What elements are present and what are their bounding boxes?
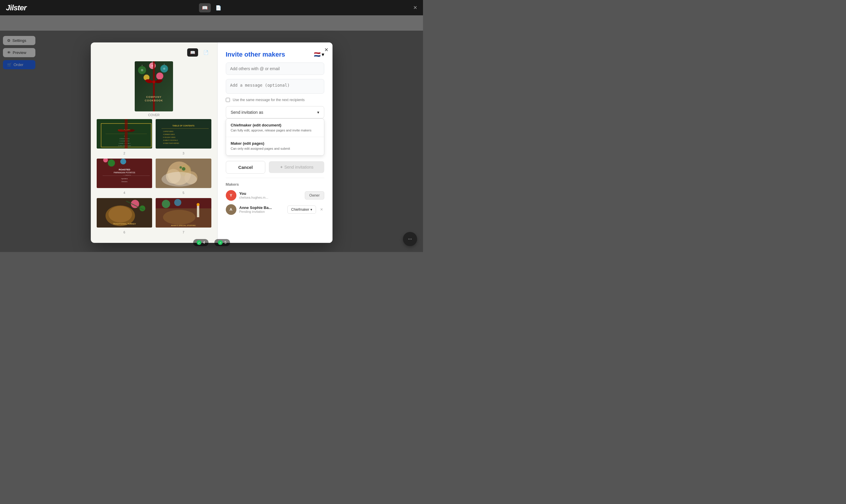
- top-bar-center: 📖 📄: [199, 3, 224, 12]
- page-5-num: 5: [224, 240, 227, 245]
- svg-text:6 HOLIDAY SIDES: 6 HOLIDAY SIDES: [120, 140, 129, 142]
- same-message-row: Use the same message for the next recipi…: [226, 98, 324, 102]
- page-5-check-icon: ✓: [218, 240, 223, 245]
- maker-row-you: Y You chelsea.hughes.m... Owner: [226, 190, 324, 201]
- page-view-toggle[interactable]: 📄: [200, 48, 211, 57]
- page-previews-panel: 📖 📄: [91, 42, 218, 243]
- svg-text:PARMASAN POTATOS: PARMASAN POTATOS: [113, 172, 135, 174]
- anne-remove-button[interactable]: ×: [319, 206, 324, 213]
- svg-text:4 DINNER DISHES: 4 DINNER DISHES: [119, 138, 129, 139]
- page-7-thumb[interactable]: MAMA'S SPECIAL STUFFING: [156, 198, 211, 228]
- svg-point-46: [162, 172, 197, 186]
- cancel-button[interactable]: Cancel: [226, 161, 266, 174]
- cover-image: COMPANYCOOKBOOK: [135, 61, 173, 111]
- recipe-image: ROASTED PARMASAN POTATOS Ingredients Dir…: [97, 159, 152, 188]
- same-message-checkbox[interactable]: [226, 98, 230, 102]
- page-7-label: 7: [182, 231, 184, 234]
- svg-text:14 NEW YEAR WISHES: 14 NEW YEAR WISHES: [118, 145, 131, 146]
- svg-text:10 MEAT COCKTAILS: 10 MEAT COCKTAILS: [163, 139, 178, 141]
- language-selector[interactable]: 🇳🇱 ▾: [314, 51, 324, 58]
- page-indicators: ✓ 4 ✓ 5: [193, 239, 230, 246]
- page-4-indicator: ✓ 4: [193, 239, 209, 246]
- svg-text:TABLE OF CONTENTS: TABLE OF CONTENTS: [173, 125, 195, 127]
- chiefmaker-option-title: Chiefmaker (edit document): [231, 123, 319, 127]
- svg-point-51: [108, 206, 132, 222]
- anne-info: Anne Sophie Ba... Pending invitation: [239, 205, 285, 213]
- cover-thumb[interactable]: COMPANYCOOKBOOK: [135, 61, 173, 111]
- book-view-button[interactable]: 📖: [199, 3, 211, 12]
- email-input[interactable]: [226, 62, 324, 75]
- turkey-image: TRADITIONAL TURKEY: [97, 198, 152, 228]
- anne-role-button[interactable]: Chiefmaker ▾: [287, 205, 316, 214]
- invite-modal: 📖 📄: [91, 42, 332, 243]
- book-view-toggle[interactable]: 📖: [187, 48, 198, 57]
- action-buttons-row: Cancel ✦ Send invitations: [226, 161, 324, 174]
- cover-label: COVER: [148, 113, 160, 117]
- message-input[interactable]: [226, 79, 324, 94]
- cover-page-container: COMPANYCOOKBOOK COVER: [97, 61, 211, 117]
- svg-point-32: [108, 159, 115, 166]
- page-3-cell: TABLE OF CONTENTS 2 APPETIZERS 4 DINNER …: [156, 119, 211, 155]
- svg-point-48: [180, 166, 182, 168]
- svg-text:6 HOLIDAY SIDES: 6 HOLIDAY SIDES: [163, 137, 176, 138]
- svg-point-57: [162, 200, 170, 208]
- invite-select-button[interactable]: Send invitation as ▾: [226, 106, 324, 119]
- page-2-cell: WELCOME 2 4 DINNER DISHES 6 HOLIDAY SIDE…: [97, 119, 152, 155]
- invitation-dropdown: Send invitation as ▾ Chiefmaker (edit do…: [226, 106, 324, 156]
- page-4-label: 4: [124, 191, 125, 195]
- chat-button[interactable]: ···: [403, 232, 417, 246]
- you-email: chelsea.hughes.m...: [239, 196, 302, 199]
- maker-option[interactable]: Maker (edit pages) Can only edit assigne…: [226, 137, 324, 155]
- svg-text:10 MEAT COCKTAILS: 10 MEAT COCKTAILS: [119, 143, 130, 144]
- anne-sub: Pending invitation: [239, 210, 285, 213]
- dropdown-chevron-icon: ▾: [317, 110, 319, 115]
- page-7-cell: MAMA'S SPECIAL STUFFING 7: [156, 198, 211, 234]
- modal-close-button[interactable]: ×: [325, 47, 328, 53]
- food-image: [156, 159, 211, 188]
- maker-option-title: Maker (edit pages): [231, 141, 319, 146]
- page-6-label: 6: [124, 231, 125, 234]
- invite-options-list: Chiefmaker (edit document) Can fully edi…: [226, 119, 324, 156]
- flag-icon: 🇳🇱: [314, 51, 320, 58]
- maker-row-anne: A Anne Sophie Ba... Pending invitation C…: [226, 204, 324, 215]
- cover-text: COMPANYCOOKBOOK: [145, 95, 163, 103]
- top-bar: Jilster 📖 📄 ×: [0, 0, 423, 15]
- page-3-thumb[interactable]: TABLE OF CONTENTS 2 APPETIZERS 4 DINNER …: [156, 119, 211, 148]
- page-4-cell: ROASTED PARMASAN POTATOS Ingredients Dir…: [97, 159, 152, 195]
- stuffing-image: MAMA'S SPECIAL STUFFING: [156, 198, 211, 228]
- anne-avatar: A: [226, 204, 236, 215]
- chat-icon: ···: [408, 236, 412, 242]
- page-2-thumb[interactable]: WELCOME 2 4 DINNER DISHES 6 HOLIDAY SIDE…: [97, 119, 152, 148]
- chiefmaker-option[interactable]: Chiefmaker (edit document) Can fully edi…: [226, 119, 324, 137]
- page-5-thumb[interactable]: [156, 159, 211, 188]
- svg-rect-61: [197, 205, 199, 217]
- svg-text:MAMA'S SPECIAL STUFFING: MAMA'S SPECIAL STUFFING: [171, 224, 196, 226]
- svg-rect-11: [153, 61, 155, 111]
- svg-text:ROASTED: ROASTED: [119, 168, 130, 171]
- page-5-cell: 5: [156, 159, 211, 195]
- svg-text:Directions: Directions: [122, 181, 128, 182]
- page-view-button[interactable]: 📄: [213, 3, 224, 12]
- maker-option-desc: Can only edit assigned pages and submit: [231, 146, 319, 151]
- owner-badge: Owner: [305, 191, 324, 200]
- anne-role-label: Chiefmaker: [291, 208, 309, 212]
- you-name: You: [239, 191, 302, 196]
- invite-form-panel: × Invite other makers 🇳🇱 ▾ Use the s: [218, 42, 332, 243]
- page-background: ⚙ Settings 👁 Preview 🛒 Order 📖 📄: [0, 15, 423, 252]
- page-4-thumb[interactable]: ROASTED PARMASAN POTATOS Ingredients Dir…: [97, 159, 152, 188]
- svg-point-62: [197, 203, 200, 206]
- you-avatar: Y: [226, 190, 236, 201]
- page-6-thumb[interactable]: TRADITIONAL TURKEY: [97, 198, 152, 228]
- send-invitation-label: Send invitation as: [231, 110, 264, 115]
- chevron-icon: ▾: [322, 51, 324, 58]
- svg-rect-22: [125, 119, 128, 148]
- page-4-num: 4: [203, 240, 205, 245]
- page-3-label: 3: [182, 151, 184, 155]
- top-bar-close-button[interactable]: ×: [413, 4, 417, 12]
- welcome-image: WELCOME 2 4 DINNER DISHES 6 HOLIDAY SIDE…: [97, 119, 152, 148]
- svg-point-58: [174, 199, 181, 206]
- same-message-label: Use the same message for the next recipi…: [233, 98, 305, 102]
- invite-header: Invite other makers 🇳🇱 ▾: [226, 51, 324, 58]
- svg-text:Ingredients: Ingredients: [121, 178, 128, 180]
- anne-name: Anne Sophie Ba...: [239, 205, 285, 210]
